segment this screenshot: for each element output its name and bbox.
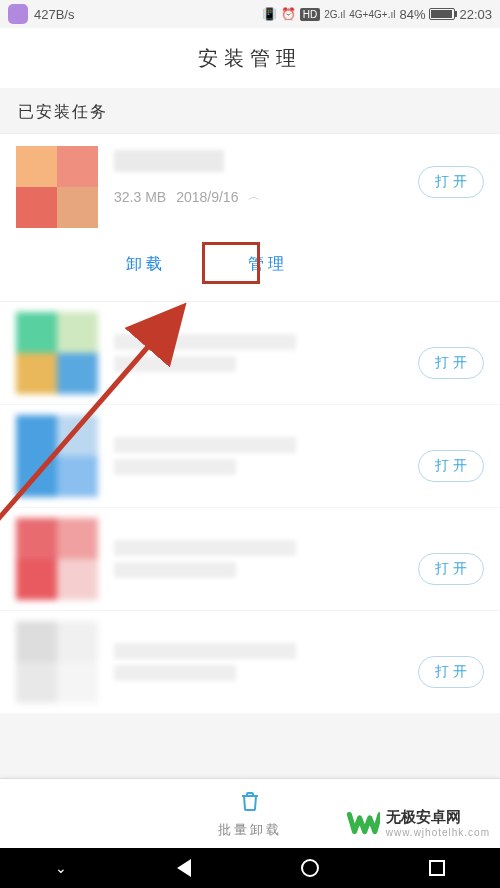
app-info-blurred [114,431,418,481]
battery-icon [429,8,455,20]
watermark-name: 无极安卓网 [386,808,461,825]
app-size: 32.3 MB [114,189,166,205]
clock: 22:03 [459,7,492,22]
app-icon [16,415,98,497]
app-info-blurred [114,534,418,584]
watermark-logo-icon [346,806,380,840]
battery-percent: 84% [399,7,425,22]
uninstall-button[interactable]: 卸载 [120,252,172,277]
app-row[interactable]: 32.3 MB 2018/9/16 ︿ 打开 [0,133,500,228]
open-button[interactable]: 打开 [418,553,484,585]
app-icon [16,621,98,703]
alarm-icon [281,7,296,21]
nav-recent-icon[interactable] [429,860,445,876]
net-speed: 427B/s [34,7,74,22]
statusbar: 427B/s HD 2G.ıl 4G+4G+.ıl 84% 22:03 [0,0,500,28]
app-info-blurred [114,328,418,378]
page-title: 安装管理 [198,45,302,72]
app-list: 32.3 MB 2018/9/16 ︿ 打开 卸载 管理 打开 [0,133,500,713]
open-button[interactable]: 打开 [418,656,484,688]
trash-icon[interactable] [238,789,262,817]
app-icon [16,312,98,394]
statusbar-app-icon [8,4,28,24]
app-info-blurred [114,637,418,687]
nav-caret-icon[interactable]: ⌄ [55,860,67,876]
nav-home-icon[interactable] [301,859,319,877]
open-button[interactable]: 打开 [418,450,484,482]
app-row[interactable]: 打开 [0,405,500,508]
app-date: 2018/9/16 [176,189,238,205]
app-icon [16,146,98,228]
row-actions: 卸载 管理 [0,228,500,302]
app-row[interactable]: 打开 [0,302,500,405]
signal-4g-icon: 4G+4G+.ıl [349,9,395,20]
chevron-up-icon[interactable]: ︿ [248,188,260,205]
manage-button[interactable]: 管理 [242,252,294,277]
watermark-url: www.wjhotelhk.com [386,827,490,838]
batch-uninstall-button[interactable]: 批量卸载 [218,821,282,839]
page-header: 安装管理 [0,28,500,88]
app-name [114,150,224,172]
nav-back-icon[interactable] [177,859,191,877]
android-navbar: ⌄ [0,848,500,888]
section-installed-tasks: 已安装任务 [0,88,500,133]
app-meta: 32.3 MB 2018/9/16 ︿ [114,188,418,205]
open-button[interactable]: 打开 [418,166,484,198]
app-row[interactable]: 打开 [0,508,500,611]
vibrate-icon [262,7,277,21]
open-button[interactable]: 打开 [418,347,484,379]
signal-2g-icon: 2G.ıl [324,9,345,20]
app-row[interactable]: 打开 [0,611,500,713]
hd-icon: HD [300,8,320,21]
watermark: 无极安卓网 www.wjhotelhk.com [346,806,490,840]
app-icon [16,518,98,600]
